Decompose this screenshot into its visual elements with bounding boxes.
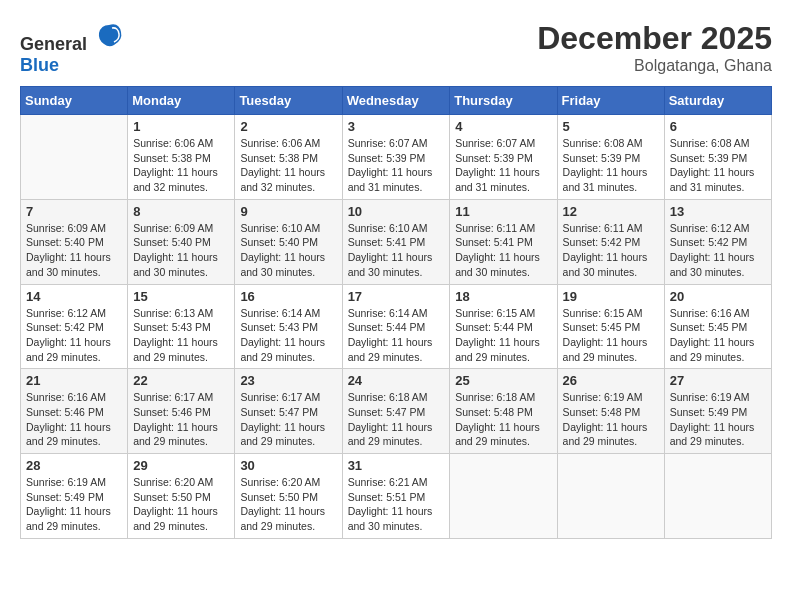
day-info: Sunrise: 6:12 AMSunset: 5:42 PMDaylight:… <box>26 306 122 365</box>
calendar-cell: 13Sunrise: 6:12 AMSunset: 5:42 PMDayligh… <box>664 199 771 284</box>
title-section: December 2025 Bolgatanga, Ghana <box>537 20 772 75</box>
calendar-cell: 25Sunrise: 6:18 AMSunset: 5:48 PMDayligh… <box>450 369 557 454</box>
calendar-cell <box>557 454 664 539</box>
day-number: 3 <box>348 119 445 134</box>
day-info: Sunrise: 6:13 AMSunset: 5:43 PMDaylight:… <box>133 306 229 365</box>
calendar-table: SundayMondayTuesdayWednesdayThursdayFrid… <box>20 86 772 539</box>
day-info: Sunrise: 6:19 AMSunset: 5:48 PMDaylight:… <box>563 390 659 449</box>
day-number: 16 <box>240 289 336 304</box>
day-number: 20 <box>670 289 766 304</box>
day-number: 28 <box>26 458 122 473</box>
day-info: Sunrise: 6:10 AMSunset: 5:40 PMDaylight:… <box>240 221 336 280</box>
calendar-cell: 18Sunrise: 6:15 AMSunset: 5:44 PMDayligh… <box>450 284 557 369</box>
calendar-cell: 8Sunrise: 6:09 AMSunset: 5:40 PMDaylight… <box>128 199 235 284</box>
day-info: Sunrise: 6:15 AMSunset: 5:45 PMDaylight:… <box>563 306 659 365</box>
day-info: Sunrise: 6:19 AMSunset: 5:49 PMDaylight:… <box>26 475 122 534</box>
calendar-cell: 1Sunrise: 6:06 AMSunset: 5:38 PMDaylight… <box>128 115 235 200</box>
day-info: Sunrise: 6:18 AMSunset: 5:47 PMDaylight:… <box>348 390 445 449</box>
logo-blue: Blue <box>20 55 59 75</box>
day-number: 24 <box>348 373 445 388</box>
calendar-cell: 2Sunrise: 6:06 AMSunset: 5:38 PMDaylight… <box>235 115 342 200</box>
day-number: 13 <box>670 204 766 219</box>
weekday-header: Tuesday <box>235 87 342 115</box>
day-number: 17 <box>348 289 445 304</box>
logo: General Blue <box>20 20 124 76</box>
day-info: Sunrise: 6:10 AMSunset: 5:41 PMDaylight:… <box>348 221 445 280</box>
calendar-cell: 6Sunrise: 6:08 AMSunset: 5:39 PMDaylight… <box>664 115 771 200</box>
day-number: 25 <box>455 373 551 388</box>
day-number: 12 <box>563 204 659 219</box>
day-number: 14 <box>26 289 122 304</box>
day-number: 30 <box>240 458 336 473</box>
calendar-cell: 31Sunrise: 6:21 AMSunset: 5:51 PMDayligh… <box>342 454 450 539</box>
day-info: Sunrise: 6:09 AMSunset: 5:40 PMDaylight:… <box>133 221 229 280</box>
day-info: Sunrise: 6:07 AMSunset: 5:39 PMDaylight:… <box>455 136 551 195</box>
day-number: 2 <box>240 119 336 134</box>
day-info: Sunrise: 6:15 AMSunset: 5:44 PMDaylight:… <box>455 306 551 365</box>
day-info: Sunrise: 6:08 AMSunset: 5:39 PMDaylight:… <box>670 136 766 195</box>
calendar-cell: 22Sunrise: 6:17 AMSunset: 5:46 PMDayligh… <box>128 369 235 454</box>
day-number: 1 <box>133 119 229 134</box>
calendar-week-row: 1Sunrise: 6:06 AMSunset: 5:38 PMDaylight… <box>21 115 772 200</box>
calendar-cell: 16Sunrise: 6:14 AMSunset: 5:43 PMDayligh… <box>235 284 342 369</box>
day-number: 9 <box>240 204 336 219</box>
day-info: Sunrise: 6:17 AMSunset: 5:46 PMDaylight:… <box>133 390 229 449</box>
weekday-header: Thursday <box>450 87 557 115</box>
calendar-cell <box>21 115 128 200</box>
calendar-cell: 17Sunrise: 6:14 AMSunset: 5:44 PMDayligh… <box>342 284 450 369</box>
logo-icon <box>94 20 124 50</box>
calendar-cell: 30Sunrise: 6:20 AMSunset: 5:50 PMDayligh… <box>235 454 342 539</box>
day-info: Sunrise: 6:09 AMSunset: 5:40 PMDaylight:… <box>26 221 122 280</box>
calendar-cell: 28Sunrise: 6:19 AMSunset: 5:49 PMDayligh… <box>21 454 128 539</box>
day-info: Sunrise: 6:16 AMSunset: 5:46 PMDaylight:… <box>26 390 122 449</box>
calendar-cell: 5Sunrise: 6:08 AMSunset: 5:39 PMDaylight… <box>557 115 664 200</box>
calendar-cell: 26Sunrise: 6:19 AMSunset: 5:48 PMDayligh… <box>557 369 664 454</box>
calendar-cell <box>450 454 557 539</box>
day-info: Sunrise: 6:21 AMSunset: 5:51 PMDaylight:… <box>348 475 445 534</box>
day-info: Sunrise: 6:17 AMSunset: 5:47 PMDaylight:… <box>240 390 336 449</box>
day-number: 4 <box>455 119 551 134</box>
logo-general: General <box>20 34 87 54</box>
calendar-cell: 29Sunrise: 6:20 AMSunset: 5:50 PMDayligh… <box>128 454 235 539</box>
calendar-cell <box>664 454 771 539</box>
weekday-header: Wednesday <box>342 87 450 115</box>
weekday-header: Monday <box>128 87 235 115</box>
day-number: 11 <box>455 204 551 219</box>
weekday-header: Friday <box>557 87 664 115</box>
day-number: 5 <box>563 119 659 134</box>
day-number: 27 <box>670 373 766 388</box>
day-number: 21 <box>26 373 122 388</box>
calendar-cell: 20Sunrise: 6:16 AMSunset: 5:45 PMDayligh… <box>664 284 771 369</box>
calendar-cell: 11Sunrise: 6:11 AMSunset: 5:41 PMDayligh… <box>450 199 557 284</box>
calendar-cell: 7Sunrise: 6:09 AMSunset: 5:40 PMDaylight… <box>21 199 128 284</box>
day-info: Sunrise: 6:11 AMSunset: 5:41 PMDaylight:… <box>455 221 551 280</box>
calendar-cell: 3Sunrise: 6:07 AMSunset: 5:39 PMDaylight… <box>342 115 450 200</box>
calendar-cell: 21Sunrise: 6:16 AMSunset: 5:46 PMDayligh… <box>21 369 128 454</box>
day-number: 23 <box>240 373 336 388</box>
day-number: 10 <box>348 204 445 219</box>
day-number: 26 <box>563 373 659 388</box>
calendar-cell: 23Sunrise: 6:17 AMSunset: 5:47 PMDayligh… <box>235 369 342 454</box>
calendar-cell: 27Sunrise: 6:19 AMSunset: 5:49 PMDayligh… <box>664 369 771 454</box>
page-header: General Blue December 2025 Bolgatanga, G… <box>20 20 772 76</box>
calendar-cell: 10Sunrise: 6:10 AMSunset: 5:41 PMDayligh… <box>342 199 450 284</box>
weekday-header: Sunday <box>21 87 128 115</box>
logo-text: General Blue <box>20 20 124 76</box>
calendar-cell: 24Sunrise: 6:18 AMSunset: 5:47 PMDayligh… <box>342 369 450 454</box>
day-number: 22 <box>133 373 229 388</box>
day-number: 19 <box>563 289 659 304</box>
calendar-cell: 14Sunrise: 6:12 AMSunset: 5:42 PMDayligh… <box>21 284 128 369</box>
day-info: Sunrise: 6:18 AMSunset: 5:48 PMDaylight:… <box>455 390 551 449</box>
calendar-week-row: 21Sunrise: 6:16 AMSunset: 5:46 PMDayligh… <box>21 369 772 454</box>
day-number: 7 <box>26 204 122 219</box>
day-info: Sunrise: 6:11 AMSunset: 5:42 PMDaylight:… <box>563 221 659 280</box>
day-info: Sunrise: 6:06 AMSunset: 5:38 PMDaylight:… <box>240 136 336 195</box>
day-info: Sunrise: 6:08 AMSunset: 5:39 PMDaylight:… <box>563 136 659 195</box>
calendar-week-row: 14Sunrise: 6:12 AMSunset: 5:42 PMDayligh… <box>21 284 772 369</box>
calendar-week-row: 28Sunrise: 6:19 AMSunset: 5:49 PMDayligh… <box>21 454 772 539</box>
calendar-cell: 9Sunrise: 6:10 AMSunset: 5:40 PMDaylight… <box>235 199 342 284</box>
calendar-cell: 19Sunrise: 6:15 AMSunset: 5:45 PMDayligh… <box>557 284 664 369</box>
day-info: Sunrise: 6:20 AMSunset: 5:50 PMDaylight:… <box>133 475 229 534</box>
calendar-week-row: 7Sunrise: 6:09 AMSunset: 5:40 PMDaylight… <box>21 199 772 284</box>
day-info: Sunrise: 6:12 AMSunset: 5:42 PMDaylight:… <box>670 221 766 280</box>
